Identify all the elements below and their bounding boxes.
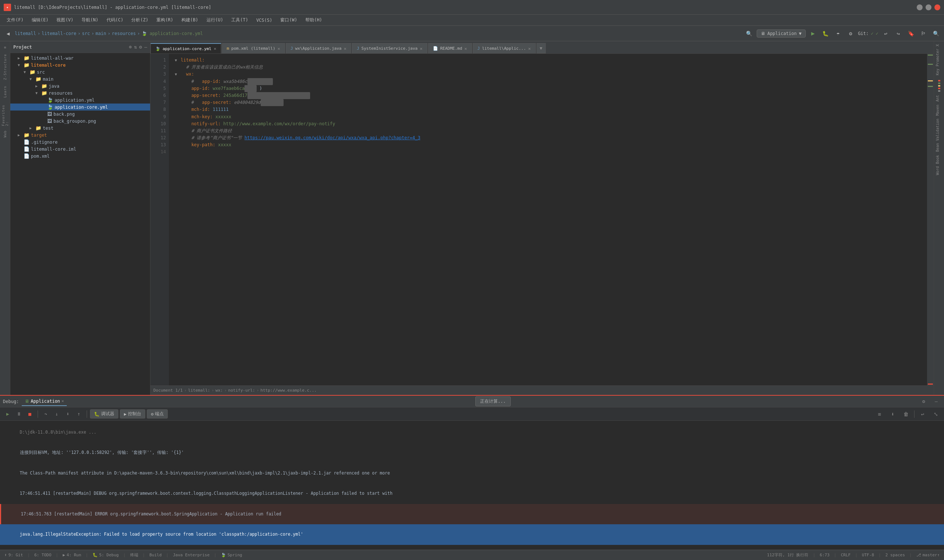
status-crlf[interactable]: CRLF	[839, 552, 852, 558]
tree-item-back-groupon-png[interactable]: 🖼 back_groupon.png	[10, 117, 150, 125]
run-configuration[interactable]: 🖥 Application ▼	[757, 29, 806, 38]
debug-settings-btn[interactable]: ⚙	[919, 397, 929, 406]
minimize-button[interactable]	[917, 5, 922, 10]
scroll-end-btn[interactable]: ⬇	[888, 409, 898, 419]
right-icon-bean[interactable]: Bean Validation	[935, 117, 944, 153]
tree-item-back-png[interactable]: 🖼 back.png	[10, 111, 150, 117]
status-position-item[interactable]: 112字符, 1行 换行符	[765, 552, 810, 558]
debug-console[interactable]: D:\jdk-11.0.8\bin\java.exe ... 连接到目标VM, …	[0, 421, 944, 550]
breadcrumb-wx[interactable]: wx:	[215, 388, 223, 393]
right-icon-word[interactable]: Word Book	[935, 154, 944, 177]
redo-button[interactable]: ↪	[893, 28, 904, 39]
status-run-item[interactable]: ▶ 4: Run	[61, 552, 83, 558]
breadcrumb-url-val[interactable]: http://www.example.c...	[260, 388, 316, 393]
tab-pom-xml[interactable]: m pom.xml (litemall) ✕	[222, 43, 285, 54]
menu-edit[interactable]: 编辑(E)	[28, 15, 52, 25]
code-editor[interactable]: ▼ litemall: # 开发者应该设置成自己的wx相关信息 ▼ wx: # …	[169, 54, 927, 385]
tab-readme[interactable]: 📄 README.md ✕	[428, 43, 472, 54]
menu-file[interactable]: 文件(F)	[3, 15, 27, 25]
tab-litemall-applic[interactable]: J litemall\Applic... ✕	[473, 43, 536, 54]
status-java-enterprise-item[interactable]: Java Enterprise	[171, 552, 211, 558]
window-controls[interactable]	[917, 5, 940, 10]
wrap-lines-btn[interactable]: ↩	[918, 409, 928, 419]
run-button[interactable]: ▶	[808, 28, 818, 39]
panel-icon-sync[interactable]: ⇅	[134, 44, 137, 50]
menu-analyze[interactable]: 分析(Z)	[128, 15, 152, 25]
endpoints-tab[interactable]: ⚙ 端点	[147, 409, 168, 418]
status-build-item[interactable]: Build	[148, 552, 163, 558]
debug-session-tab[interactable]: 🖥 Application ✕	[22, 397, 67, 406]
menu-refactor[interactable]: 重构(R)	[153, 15, 177, 25]
force-step-btn[interactable]: ⬇	[63, 409, 72, 419]
breadcrumb-src[interactable]: src	[82, 31, 90, 36]
breadcrumb-doc[interactable]: Document 1/1	[153, 388, 182, 393]
settings-button[interactable]: ⚙	[845, 28, 856, 39]
menu-navigate[interactable]: 导航(N)	[78, 15, 102, 25]
tab-system-inist[interactable]: J SystemInistService.java ✕	[352, 43, 427, 54]
tree-item-src[interactable]: ▼ 📁 src	[10, 69, 150, 75]
tree-item-litemall-core[interactable]: ▼ 📁 litemall-core	[10, 62, 150, 69]
tab-close-button[interactable]: ✕	[344, 46, 346, 51]
tree-item-target[interactable]: ▶ 📁 target	[10, 132, 150, 138]
breadcrumb-main[interactable]: main	[96, 31, 106, 36]
menu-build[interactable]: 构建(B)	[178, 15, 202, 25]
status-branch[interactable]: ⎇ master↑	[915, 552, 941, 558]
filter-btn[interactable]: ≡	[874, 409, 885, 419]
status-debug-item[interactable]: 🐛 5: Debug	[91, 552, 120, 558]
status-line-col[interactable]: 6:73	[818, 552, 831, 558]
toolbar-search-everywhere[interactable]: 🔍	[744, 28, 754, 39]
status-git-item[interactable]: ⬆ 9: Git	[3, 552, 24, 558]
sidebar-icon-web[interactable]: Web	[1, 128, 9, 139]
fold-arrow[interactable]: ▼	[175, 71, 181, 77]
pause-button[interactable]: ⏸	[14, 409, 23, 419]
coverage-button[interactable]: ☂	[833, 28, 843, 39]
sidebar-icon-favorites[interactable]: 2: Favorites	[1, 102, 9, 128]
close-button[interactable]	[935, 5, 940, 10]
maximize-button[interactable]	[925, 5, 932, 10]
debug-button[interactable]: 🐛	[821, 28, 831, 39]
menu-code[interactable]: 代码(C)	[103, 15, 127, 25]
search-button[interactable]: 🔍	[931, 28, 941, 39]
step-over-btn[interactable]: ↷	[41, 409, 51, 419]
tree-item-test[interactable]: ▶ 📁 test	[10, 125, 150, 132]
tab-close-button[interactable]: ✕	[278, 46, 280, 51]
bookmark-button[interactable]: 🔖	[905, 28, 916, 39]
breadcrumb-litemall[interactable]: litemall:	[188, 388, 210, 393]
back-button[interactable]: ◀	[3, 28, 13, 39]
undo-button[interactable]: ↩	[881, 28, 891, 39]
status-spring-item[interactable]: 🍃 Spring	[219, 552, 244, 558]
tree-item-java[interactable]: ▶ 📁 java	[10, 83, 150, 89]
stop-button[interactable]: ■	[25, 409, 35, 419]
menu-view[interactable]: 视图(V)	[53, 15, 77, 25]
tab-close-button[interactable]: ✕	[420, 46, 422, 51]
tree-item-resources[interactable]: ▼ 📁 resources	[10, 89, 150, 97]
tree-item-main[interactable]: ▼ 📁 main	[10, 75, 150, 83]
tree-item-gitignore[interactable]: 📄 .gitignore	[10, 138, 150, 146]
right-icon-maven[interactable]: Maven	[935, 103, 944, 117]
fold-arrow[interactable]: ▼	[175, 57, 181, 63]
menu-tools[interactable]: 工具(T)	[228, 15, 252, 25]
panel-icon-minimize[interactable]: —	[144, 44, 147, 50]
menu-vcs[interactable]: VCS(S)	[253, 16, 276, 24]
clear-btn[interactable]: 🗑	[901, 409, 911, 419]
sidebar-icon-learn[interactable]: Learn	[1, 83, 9, 101]
status-encoding[interactable]: UTF-8	[860, 552, 875, 558]
panel-icon-add[interactable]: ⊕	[129, 44, 132, 50]
tab-wx-application[interactable]: J wx\Application.java ✕	[286, 43, 352, 54]
menu-window[interactable]: 窗口(W)	[276, 15, 301, 25]
breadcrumb-core[interactable]: litemall-core	[42, 31, 76, 36]
tab-overflow-button[interactable]: ▼	[537, 43, 546, 54]
right-icon-key-promoter[interactable]: Key Promoter X	[935, 43, 944, 77]
breadcrumb-notify-url[interactable]: notify-url:	[228, 388, 255, 393]
panel-icon-settings[interactable]: ⚙	[139, 44, 142, 50]
tab-close-button[interactable]: ✕	[528, 46, 531, 51]
tree-item-pom[interactable]: 📄 pom.xml	[10, 152, 150, 160]
menu-run[interactable]: 运行(U)	[203, 15, 227, 25]
status-terminal-item[interactable]: 终端	[129, 552, 140, 558]
tree-item-application-yml[interactable]: 🍃 application.yml	[10, 97, 150, 103]
step-into-btn[interactable]: ↓	[52, 409, 62, 419]
tree-item-iml[interactable]: 📄 litemall-core.iml	[10, 146, 150, 152]
menu-help[interactable]: 帮助(H)	[302, 15, 326, 25]
tab-application-core-yml[interactable]: 🍃 application-core.yml ✕	[150, 43, 221, 54]
breadcrumb-litemall[interactable]: litemall	[15, 31, 36, 36]
